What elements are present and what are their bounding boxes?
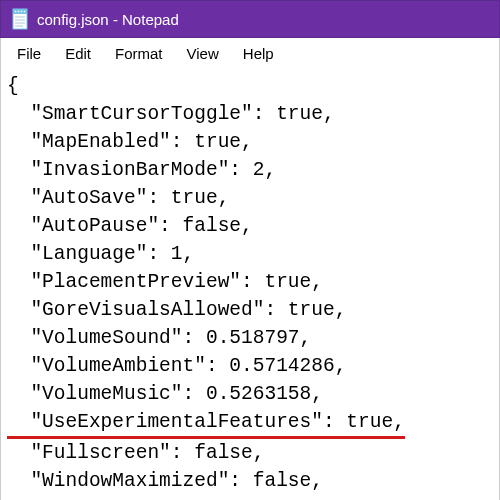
menu-file[interactable]: File (7, 42, 51, 65)
json-line: "WindowMaximized": false, (7, 467, 493, 495)
json-line: { (7, 72, 493, 100)
svg-point-3 (18, 11, 20, 13)
json-line: "Fullscreen": false, (7, 439, 493, 467)
svg-point-4 (21, 11, 23, 13)
json-line: "Language": 1, (7, 240, 493, 268)
json-line-highlighted: "UseExperimentalFeatures": true, (7, 408, 493, 439)
menubar: File Edit Format View Help (0, 38, 500, 68)
window-titlebar: config.json - Notepad (0, 0, 500, 38)
json-line: "VolumeSound": 0.518797, (7, 324, 493, 352)
json-line: "GoreVisualsAllowed": true, (7, 296, 493, 324)
json-line: "AutoSave": true, (7, 184, 493, 212)
json-line: "PlacementPreview": true, (7, 268, 493, 296)
json-line: "VolumeAmbient": 0.5714286, (7, 352, 493, 380)
menu-view[interactable]: View (177, 42, 229, 65)
window-title: config.json - Notepad (37, 11, 179, 28)
json-line: "MapEnabled": true, (7, 128, 493, 156)
json-line: "VolumeMusic": 0.5263158, (7, 380, 493, 408)
text-editor-area[interactable]: { "SmartCursorToggle": true, "MapEnabled… (0, 68, 500, 500)
json-line: "AutoPause": false, (7, 212, 493, 240)
menu-edit[interactable]: Edit (55, 42, 101, 65)
json-line: "InvasionBarMode": 2, (7, 156, 493, 184)
json-line: "SmartCursorToggle": true, (7, 100, 493, 128)
menu-help[interactable]: Help (233, 42, 284, 65)
notepad-icon (9, 8, 29, 30)
menu-format[interactable]: Format (105, 42, 173, 65)
svg-point-5 (24, 11, 26, 13)
svg-point-2 (15, 11, 17, 13)
